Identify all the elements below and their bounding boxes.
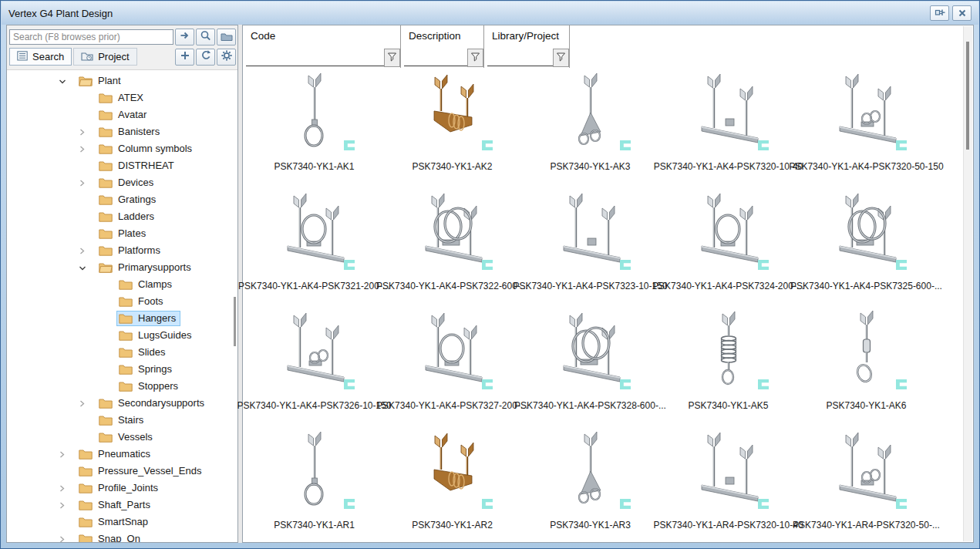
tree-item-platforms[interactable]: Platforms [7,242,237,259]
tree-item-snap-on[interactable]: Snap_On [7,530,237,542]
part-item-psk7340-yk1-ak4-psk7328-600-[interactable]: PSK7340-YK1-AK4-PSK7328-600-... [521,308,659,427]
library-badge-icon [757,140,770,154]
pin-button[interactable] [930,5,949,21]
tree-item-ladders[interactable]: Ladders [7,208,237,225]
tree-item-devices[interactable]: Devices [7,174,237,191]
chevron-right-icon[interactable] [59,536,77,543]
chevron-right-icon[interactable] [79,248,97,254]
tree-item-shaft-parts[interactable]: Shaft_Parts [7,497,237,514]
part-item-psk7340-yk1-ak4-psk7322-600-[interactable]: PSK7340-YK1-AK4-PSK7322-600-... [383,188,521,308]
part-item-psk7340-yk1-ak3[interactable]: PSK7340-YK1-AK3 [521,69,659,188]
tree-item-column-symbols[interactable]: Column symbols [7,140,237,157]
tree-item-hangers[interactable]: Hangers [7,310,237,327]
folder-icon [79,76,93,86]
tree-item-label: Primarysupports [118,261,191,273]
tree-item-secondarysupports[interactable]: Secondarysupports [7,395,237,412]
tree-item-distrheat[interactable]: DISTRHEAT [7,157,237,174]
tree-item-content: LugsGuides [117,328,195,342]
column-label-description: Description [401,25,483,42]
tree-item-stoppers[interactable]: Stoppers [7,378,237,395]
part-item-psk7340-yk1-ar3[interactable]: PSK7340-YK1-AR3 [521,427,659,547]
tree-item-primarysupports[interactable]: Primarysupports [7,259,237,276]
chevron-down-icon[interactable] [79,264,97,271]
add-button[interactable] [175,49,194,66]
column-header-library-project[interactable]: Library/Project [484,25,570,68]
search-input[interactable] [9,29,173,45]
chevron-down-icon[interactable] [59,78,77,85]
part-item-psk7340-yk1-ak6[interactable]: PSK7340-YK1-AK6 [797,308,935,427]
library-filter-button[interactable] [553,49,569,67]
part-item-psk7340-yk1-ak4-psk7325-600-[interactable]: PSK7340-YK1-AK4-PSK7325-600-... [797,188,935,308]
search-button[interactable] [196,29,215,45]
library-badge-icon [481,379,493,393]
folder-icon [99,211,113,222]
tree-item-banisters[interactable]: Banisters [7,123,237,140]
part-item-psk7340-yk1-ar2[interactable]: PSK7340-YK1-AR2 [383,427,521,547]
refresh-button[interactable] [196,49,215,66]
tree-item-lugsguides[interactable]: LugsGuides [7,327,237,344]
go-button[interactable] [175,29,194,45]
code-filter-input[interactable] [246,47,398,66]
tree-item-gratings[interactable]: Gratings [7,191,237,208]
part-item-psk7340-yk1-ak4-psk7320-50-150[interactable]: PSK7340-YK1-AK4-PSK7320-50-150 [797,69,935,188]
tree-item-plates[interactable]: Plates [7,225,237,242]
library-badge-icon [619,259,631,274]
tree-item-clamps[interactable]: Clamps [7,276,237,293]
tree-item-vessels[interactable]: Vessels [7,429,237,446]
part-item-psk7340-yk1-ar1[interactable]: PSK7340-YK1-AR1 [245,427,383,547]
part-item-psk7340-yk1-ar4-psk7320-50-[interactable]: PSK7340-YK1-AR4-PSK7320-50-... [797,427,935,547]
tree-item-slides[interactable]: Slides [7,344,237,361]
description-filter-button[interactable] [467,49,483,67]
part-item-psk7340-yk1-ak4-psk7326-10-150[interactable]: PSK7340-YK1-AK4-PSK7326-10-150 [245,308,383,427]
tree-item-springs[interactable]: Springs [7,361,237,378]
settings-button[interactable] [217,49,236,66]
close-button[interactable] [952,5,972,21]
part-code-label: PSK7340-YK1-AR3 [512,520,668,530]
chevron-right-icon[interactable] [59,451,77,458]
tree-item-profile-joints[interactable]: Profile_Joints [7,480,237,497]
part-item-psk7340-yk1-ak4-psk7324-200-[interactable]: PSK7340-YK1-AK4-PSK7324-200-... [659,188,797,308]
part-item-psk7340-yk1-ak2[interactable]: PSK7340-YK1-AK2 [383,69,521,188]
parts-scrollbar[interactable] [963,26,972,541]
part-item-psk7340-yk1-ak4-psk7323-10-150[interactable]: PSK7340-YK1-AK4-PSK7323-10-150 [521,188,659,308]
parts-scrollbar-thumb[interactable] [966,42,969,150]
column-header-description[interactable]: Description [401,25,484,68]
chevron-right-icon[interactable] [79,400,97,407]
browse-button[interactable] [217,29,236,45]
folder-icon [99,143,113,154]
chevron-right-icon[interactable] [59,502,77,509]
tree-item-pneumatics[interactable]: Pneumatics [7,446,237,463]
tree-item-foots[interactable]: Foots [7,293,237,310]
part-item-psk7340-yk1-ak4-psk7327-200-[interactable]: PSK7340-YK1-AK4-PSK7327-200-... [383,308,521,427]
part-item-psk7340-yk1-ak5[interactable]: PSK7340-YK1-AK5 [659,308,797,427]
part-item-psk7340-yk1-ar4-psk7320-10-40[interactable]: PSK7340-YK1-AR4-PSK7320-10-40 [659,427,797,547]
chevron-right-icon[interactable] [79,180,97,187]
column-header-code[interactable]: Code [243,25,401,68]
part-item-psk7340-yk1-ak4-psk7320-10-40[interactable]: PSK7340-YK1-AK4-PSK7320-10-40 [659,69,797,188]
chevron-right-icon[interactable] [59,485,77,492]
part-item-psk7340-yk1-ak1[interactable]: PSK7340-YK1-AK1 [245,69,383,188]
tab-search[interactable]: Search [9,48,72,66]
tab-project[interactable]: Project [73,48,136,66]
folder-icon [79,534,93,543]
tree-item-atex[interactable]: ATEX [7,89,237,106]
folder-icon [79,500,93,510]
library-sidebar: Search Project PlantATEXAvatarBanistersC… [6,25,238,543]
part-code-label: PSK7340-YK1-AK4-PSK7321-200-... [236,281,392,291]
part-item-psk7340-yk1-ak4-psk7321-200-[interactable]: PSK7340-YK1-AK4-PSK7321-200-... [245,188,383,308]
tree-item-content: ATEX [97,91,147,105]
tree-item-label: Avatar [118,109,146,120]
folder-icon [119,364,133,375]
code-filter-button[interactable] [384,49,400,67]
tree-item-smartsnap[interactable]: SmartSnap [7,514,237,530]
chevron-right-icon[interactable] [79,146,97,153]
tree-item-pressure-vessel-ends[interactable]: Pressure_Vessel_Ends [7,463,237,480]
tree-item-avatar[interactable]: Avatar [7,106,237,123]
chevron-right-icon[interactable] [79,129,97,136]
folder-icon [99,109,113,120]
tree-item-stairs[interactable]: Stairs [7,412,237,429]
folder-icon [99,177,113,188]
tree-scrollbar-thumb[interactable] [234,297,236,346]
tree-item-content: Stoppers [117,379,182,393]
tree-item-plant[interactable]: Plant [7,72,237,89]
